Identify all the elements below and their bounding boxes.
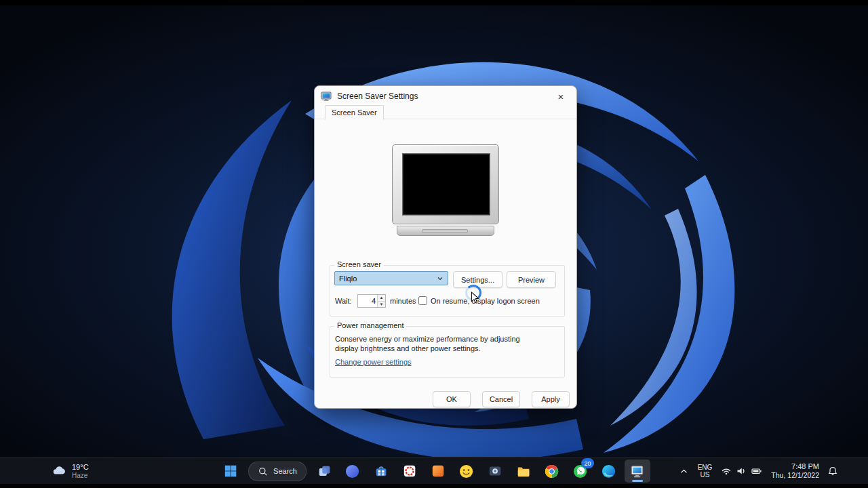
screen: Screen Saver Settings × Screen Saver Scr… — [0, 0, 868, 488]
screen-saver-settings-taskbar-button[interactable] — [625, 460, 650, 483]
mouse-cursor — [469, 291, 481, 304]
hidden-icons-chevron-icon[interactable] — [679, 466, 689, 476]
window-app-icon — [321, 91, 332, 102]
chrome-icon — [544, 464, 559, 479]
letterbox-top — [0, 0, 868, 5]
power-management-group: Power management Conserve energy or maxi… — [330, 326, 565, 378]
on-resume-label: On resume, display logon screen — [431, 297, 540, 305]
wait-minutes-input[interactable] — [358, 295, 377, 307]
red-app-icon — [402, 464, 417, 479]
minutes-label: minutes — [390, 297, 416, 305]
weather-condition: Haze — [72, 472, 89, 480]
tab-screen-saver[interactable]: Screen Saver — [325, 105, 384, 120]
notification-bell-icon — [827, 466, 838, 476]
weather-text: 19°C Haze — [72, 463, 89, 480]
microsoft-store-icon — [374, 464, 389, 479]
preview-button[interactable]: Preview — [507, 271, 556, 288]
blue-app-button[interactable] — [340, 460, 366, 483]
wait-minutes-spinner[interactable]: ▲ ▼ — [357, 294, 386, 308]
ok-button[interactable]: OK — [433, 391, 471, 407]
screensaver-dropdown-value: Fliqlo — [339, 274, 437, 283]
monitor-base-notch — [422, 229, 468, 233]
language-line1: ENG — [698, 464, 713, 471]
orange-app-button[interactable] — [425, 460, 451, 483]
edge-icon — [601, 464, 616, 479]
windows-logo-icon — [223, 464, 238, 479]
chrome-button[interactable] — [539, 460, 565, 483]
screen-saver-group-label: Screen saver — [334, 260, 384, 268]
language-indicator[interactable]: ENG US — [698, 464, 713, 479]
taskbar: 19°C Haze Search — [0, 457, 868, 484]
volume-icon — [736, 466, 747, 476]
weather-widget[interactable]: 19°C Haze — [52, 458, 89, 485]
microsoft-store-button[interactable] — [368, 460, 394, 483]
clock[interactable]: 7:48 PM Thu, 12/1/2022 — [771, 462, 819, 480]
search-box[interactable]: Search — [248, 462, 307, 481]
whatsapp-badge: 20 — [581, 458, 594, 468]
clock-date: Thu, 12/1/2022 — [771, 471, 819, 480]
whatsapp-button[interactable]: 20 — [568, 460, 593, 483]
close-button[interactable]: × — [551, 89, 571, 104]
red-app-button[interactable] — [397, 460, 422, 483]
notification-area[interactable] — [827, 458, 838, 485]
letterbox-bottom — [0, 484, 868, 488]
screensaver-preview-monitor — [392, 144, 499, 245]
system-tray: ENG US 7:48 PM — [679, 458, 819, 485]
screensaver-dropdown[interactable]: Fliqlo — [334, 271, 448, 285]
spinner-up-icon[interactable]: ▲ — [378, 295, 385, 302]
chevron-down-icon — [437, 275, 443, 282]
file-explorer-icon — [516, 464, 531, 479]
power-description-line1: Conserve energy or maximize performance … — [335, 335, 520, 343]
status-icon-cluster[interactable] — [721, 466, 762, 476]
task-view-icon — [317, 464, 332, 479]
screen-saver-settings-window: Screen Saver Settings × Screen Saver Scr… — [314, 85, 577, 409]
cancel-button[interactable]: Cancel — [482, 391, 520, 407]
wait-label: Wait: — [335, 297, 352, 305]
camera-app-button[interactable] — [482, 460, 508, 483]
blue-app-icon — [344, 464, 360, 479]
battery-icon — [751, 466, 762, 476]
search-icon — [258, 466, 268, 476]
screen-saver-group: Screen saver Fliqlo Settings... Preview … — [330, 265, 565, 317]
power-description-line2: display brightness and other power setti… — [335, 344, 481, 352]
screen-saver-settings-icon — [629, 464, 645, 479]
monitor-screen — [402, 153, 490, 216]
edge-button[interactable] — [596, 460, 622, 483]
emoji-app-button[interactable] — [454, 460, 479, 483]
search-label: Search — [273, 467, 297, 475]
orange-app-icon — [431, 464, 446, 479]
monitor-base — [397, 226, 494, 236]
task-view-button[interactable] — [311, 460, 337, 483]
start-button[interactable] — [218, 460, 243, 483]
apply-button[interactable]: Apply — [532, 391, 570, 407]
weather-temperature: 19°C — [72, 463, 89, 472]
language-line2: US — [701, 471, 710, 479]
power-management-group-label: Power management — [334, 321, 406, 329]
on-resume-checkbox[interactable] — [418, 296, 427, 305]
camera-app-icon — [488, 464, 502, 479]
wifi-icon — [721, 466, 732, 476]
titlebar[interactable]: Screen Saver Settings — [315, 86, 576, 106]
emoji-app-icon — [458, 464, 474, 479]
clock-time: 7:48 PM — [791, 462, 819, 471]
close-icon: × — [558, 91, 564, 102]
file-explorer-button[interactable] — [511, 460, 536, 483]
monitor-frame — [392, 144, 499, 224]
weather-cloud-icon — [52, 464, 66, 479]
spinner-down-icon[interactable]: ▼ — [378, 302, 385, 308]
window-title: Screen Saver Settings — [337, 92, 418, 101]
change-power-settings-link[interactable]: Change power settings — [335, 358, 412, 366]
spinner-arrows: ▲ ▼ — [377, 295, 385, 307]
taskbar-center: Search — [218, 458, 650, 485]
